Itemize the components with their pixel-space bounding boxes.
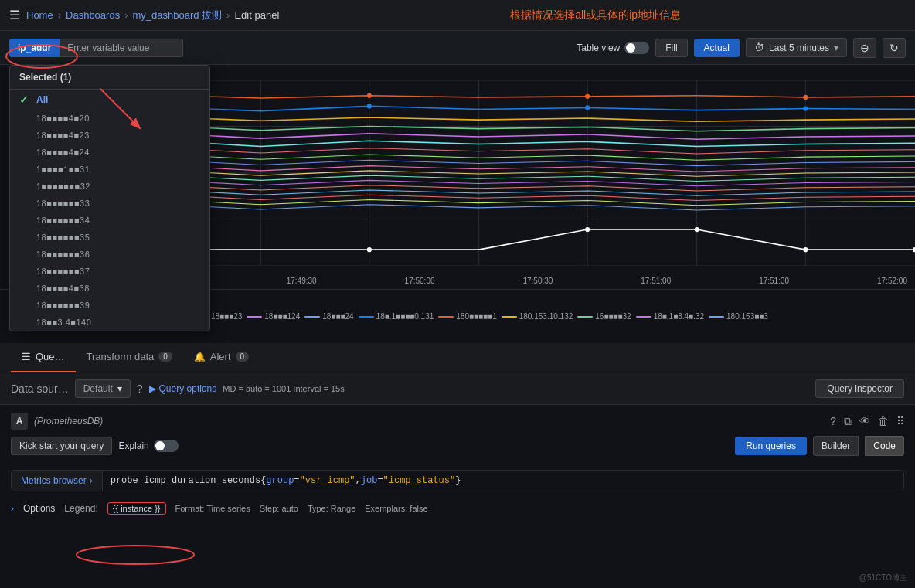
legend-label-text: Legend: <box>64 503 97 514</box>
legend-color-4 <box>247 316 262 318</box>
query-eye-icon[interactable]: 👁 <box>859 415 870 427</box>
toggle-thumb <box>626 43 635 53</box>
breadcrumb-dashboards[interactable]: Dashboards <box>66 9 120 21</box>
refresh-button[interactable]: ↻ <box>883 38 906 58</box>
dropdown-item-4[interactable]: 1■■■■■■■32 <box>10 178 209 195</box>
dropdown-all-item[interactable]: ✓ All <box>10 90 209 110</box>
variable-selector: ip_addr <box>9 39 183 57</box>
panel-header: ip_addr Selected (1) ✓ All 18■■■■4■20 18… <box>0 31 915 65</box>
ip-3: 1■■■■1■■31 <box>36 165 90 174</box>
metrics-browser-button[interactable]: Metrics browser › <box>12 471 103 491</box>
query-text-area[interactable]: probe_icmp_duration_seconds{group="vsr_i… <box>103 471 903 491</box>
sep2: › <box>124 9 128 21</box>
query-key2: job <box>361 475 378 486</box>
table-view-toggle[interactable]: Table view <box>577 42 649 54</box>
query-copy-icon[interactable]: ⧉ <box>844 415 852 428</box>
dropdown-item-8[interactable]: 18■■■■■■36 <box>10 246 209 263</box>
dropdown-item-12[interactable]: 18■■3.4■140 <box>10 314 209 331</box>
legend-item-9[interactable]: 16■■■■32 <box>577 293 631 340</box>
options-label[interactable]: Options <box>23 503 55 514</box>
options-row: › Options Legend: {{ instance }} Format:… <box>0 498 915 519</box>
metrics-arrow-icon: › <box>90 475 93 486</box>
hamburger-icon[interactable]: ☰ <box>9 8 20 22</box>
sep3: › <box>226 9 230 21</box>
actual-button[interactable]: Actual <box>694 39 740 57</box>
query-delete-icon[interactable]: 🗑 <box>878 415 889 427</box>
legend-item-8[interactable]: 180.153.10.132 <box>502 293 573 340</box>
dropdown-item-5[interactable]: 18■■■■■■33 <box>10 195 209 212</box>
query-eq2: = <box>377 475 383 486</box>
query-icon-group: ? ⧉ 👁 🗑 ⠿ <box>830 415 904 428</box>
legend-label-3: 18■■■23 <box>211 312 242 321</box>
collapse-icon: ▶ <box>149 383 156 394</box>
run-queries-button[interactable]: Run queries <box>735 437 807 455</box>
breadcrumb-home[interactable]: Home <box>26 9 53 21</box>
code-button[interactable]: Code <box>865 436 904 456</box>
dropdown-item-0[interactable]: 18■■■■4■20 <box>10 110 209 127</box>
ip-2: 18■■■■4■24 <box>36 148 90 157</box>
legend-item-11[interactable]: 180.153■■3 <box>709 293 768 340</box>
watermark: @51CTO博主 <box>859 573 907 583</box>
svg-point-23 <box>695 227 699 232</box>
query-toolbar: Data sour… Default ▾ ? ▶ Query options M… <box>0 372 915 405</box>
legend-item-4[interactable]: 18■■■124 <box>247 293 300 340</box>
tab-query[interactable]: ☰ Que… <box>11 343 76 372</box>
query-inspector-button[interactable]: Query inspector <box>815 379 904 398</box>
query-action-row: Kick start your query Explain Run querie… <box>11 436 904 456</box>
time-picker[interactable]: ⏱ Last 5 minutes ▾ <box>746 38 847 57</box>
clock-icon: ⏱ <box>754 42 764 53</box>
explain-label: Explain <box>118 440 148 451</box>
toggle-switch[interactable] <box>624 42 649 54</box>
dropdown-item-3[interactable]: 1■■■■1■■31 <box>10 161 209 178</box>
dropdown-item-11[interactable]: 18■■■■■■39 <box>10 297 209 314</box>
query-meta: MD = auto = 1001 Interval = 15s <box>223 384 344 393</box>
explain-switch[interactable] <box>154 440 179 452</box>
svg-point-17 <box>367 104 372 108</box>
var-input[interactable] <box>60 39 183 57</box>
dropdown-item-10[interactable]: 18■■■■4■38 <box>10 280 209 297</box>
legend-item-6[interactable]: 18■.1■■■■0.131 <box>359 293 434 340</box>
query-eq1: = <box>294 475 299 486</box>
options-collapse-icon[interactable]: › <box>11 503 14 514</box>
dropdown-item-6[interactable]: 18■■■■■■34 <box>10 212 209 229</box>
tab-transform[interactable]: Transform data 0 <box>76 343 183 372</box>
query-label-a: A <box>11 413 28 430</box>
query-options-button[interactable]: ▶ Query options <box>149 383 217 394</box>
var-label[interactable]: ip_addr <box>9 39 60 57</box>
query-help-icon[interactable]: ? <box>830 415 836 427</box>
legend-label-8: 180.153.10.132 <box>519 312 573 321</box>
dropdown-item-9[interactable]: 18■■■■■■37 <box>10 263 209 280</box>
help-icon[interactable]: ? <box>137 382 143 395</box>
fill-button[interactable]: Fill <box>655 39 687 57</box>
query-drag-icon[interactable]: ⠿ <box>896 415 904 427</box>
legend-item-5[interactable]: 18■■■24 <box>304 293 353 340</box>
zoom-out-button[interactable]: ⊖ <box>853 38 876 58</box>
query-comma: , <box>355 475 361 486</box>
query-db-label: (PrometheusDB) <box>34 416 103 427</box>
data-source-dropdown[interactable]: Default ▾ <box>75 379 131 398</box>
query-tab-icon: ☰ <box>22 351 31 362</box>
time-picker-label: Last 5 minutes <box>769 42 829 53</box>
legend-badge: {{ instance }} <box>107 502 166 515</box>
svg-point-14 <box>585 94 590 99</box>
checkmark-icon: ✓ <box>19 93 30 106</box>
legend-label-9: 16■■■■32 <box>595 312 631 321</box>
data-source-value: Default <box>83 383 113 394</box>
explain-toggle: Explain <box>118 440 178 452</box>
ip-0: 18■■■■4■20 <box>36 114 90 123</box>
query-func: probe_icmp_duration_seconds{ <box>111 475 267 486</box>
breadcrumb-mydash[interactable]: my_dashboard 拔测 <box>132 8 222 22</box>
dropdown-item-7[interactable]: 18■■■■■■35 <box>10 229 209 246</box>
builder-button[interactable]: Builder <box>813 436 859 456</box>
ip-1: 18■■■■4■23 <box>36 131 90 140</box>
explain-thumb <box>155 441 165 450</box>
legend-color-6 <box>359 316 374 318</box>
dropdown-item-2[interactable]: 18■■■■4■24 <box>10 144 209 161</box>
legend-color-9 <box>577 316 593 318</box>
x-label-3: 17:50:00 <box>405 277 435 285</box>
legend-item-7[interactable]: 180■■■■■1 <box>438 293 496 340</box>
kick-start-button[interactable]: Kick start your query <box>11 437 112 455</box>
dropdown-item-1[interactable]: 18■■■■4■23 <box>10 127 209 144</box>
legend-item-10[interactable]: 18■.1■8.4■.32 <box>636 293 704 340</box>
tab-alert[interactable]: 🔔 Alert 0 <box>183 343 260 372</box>
